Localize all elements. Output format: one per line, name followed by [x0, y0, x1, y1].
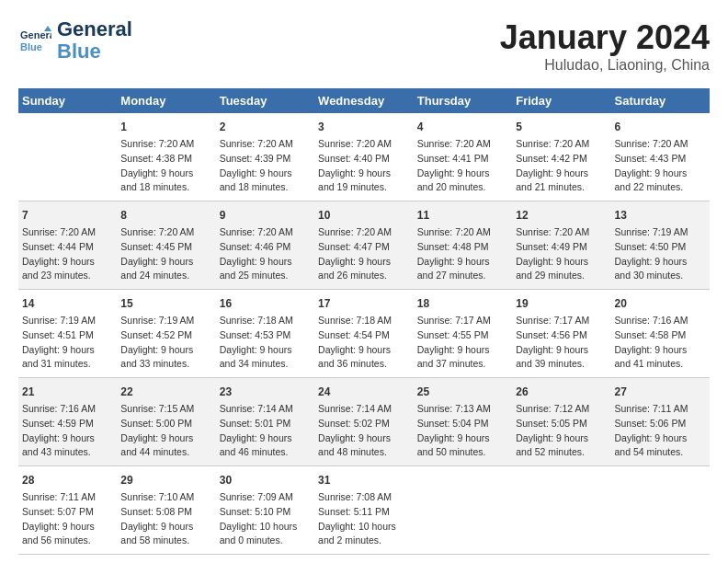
day-number: 6: [615, 119, 707, 135]
day-info-line: Daylight: 9 hours: [318, 431, 410, 446]
day-info-line: and 50 minutes.: [417, 445, 508, 460]
column-header-friday: Friday: [512, 88, 610, 113]
day-info-line: Daylight: 9 hours: [516, 431, 607, 446]
logo-text: General Blue: [57, 18, 132, 63]
day-number: 1: [120, 119, 211, 135]
day-number: 3: [318, 119, 410, 135]
day-info-line: Daylight: 9 hours: [516, 343, 607, 358]
day-info-line: Sunset: 5:07 PM: [22, 505, 113, 520]
logo: General Blue General Blue: [18, 18, 132, 63]
day-info-line: Daylight: 9 hours: [120, 255, 211, 270]
column-header-sunday: Sunday: [18, 88, 117, 113]
calendar-cell: 30Sunrise: 7:09 AMSunset: 5:10 PMDayligh…: [216, 466, 314, 555]
calendar-cell: 20Sunrise: 7:16 AMSunset: 4:58 PMDayligh…: [611, 290, 711, 378]
day-info-line: Sunrise: 7:10 AM: [120, 490, 211, 505]
calendar-cell: [512, 466, 610, 555]
day-info-line: Daylight: 9 hours: [516, 255, 607, 270]
day-info-line: and 0 minutes.: [220, 534, 311, 548]
day-info-line: and 48 minutes.: [318, 445, 410, 460]
calendar-cell: 6Sunrise: 7:20 AMSunset: 4:43 PMDaylight…: [611, 113, 711, 201]
day-info-line: Daylight: 9 hours: [22, 255, 113, 270]
day-info-line: Sunset: 4:49 PM: [516, 240, 607, 255]
day-info-line: Daylight: 9 hours: [615, 431, 707, 446]
day-number: 11: [417, 207, 508, 224]
day-info-line: Sunrise: 7:20 AM: [318, 225, 410, 240]
day-info-line: Sunrise: 7:20 AM: [615, 137, 707, 152]
day-info-line: Sunset: 4:58 PM: [615, 328, 707, 343]
day-number: 28: [22, 472, 113, 488]
day-info-line: Daylight: 9 hours: [516, 167, 607, 181]
day-info-line: Daylight: 9 hours: [615, 343, 707, 358]
calendar-cell: 1Sunrise: 7:20 AMSunset: 4:38 PMDaylight…: [117, 113, 215, 201]
day-info-line: Daylight: 9 hours: [318, 343, 410, 358]
calendar-cell: [611, 466, 711, 555]
day-info-line: Sunset: 5:11 PM: [318, 505, 410, 520]
day-info-line: Daylight: 9 hours: [615, 255, 707, 270]
day-number: 31: [318, 472, 410, 488]
column-header-saturday: Saturday: [611, 88, 711, 113]
day-info-line: Sunrise: 7:14 AM: [318, 402, 410, 417]
day-info-line: and 29 minutes.: [516, 269, 607, 283]
day-info-line: Daylight: 9 hours: [22, 520, 113, 534]
day-info-line: Sunset: 4:52 PM: [120, 328, 211, 343]
logo-icon: General Blue: [18, 24, 51, 57]
day-info-line: Daylight: 9 hours: [220, 255, 311, 270]
calendar-cell: 5Sunrise: 7:20 AMSunset: 4:42 PMDaylight…: [512, 113, 610, 201]
day-number: 27: [615, 384, 707, 400]
day-info-line: Sunset: 4:47 PM: [318, 240, 410, 255]
calendar-cell: 13Sunrise: 7:19 AMSunset: 4:50 PMDayligh…: [611, 201, 711, 290]
day-info-line: and 22 minutes.: [615, 180, 707, 195]
day-info-line: Sunset: 4:50 PM: [615, 240, 707, 255]
day-info-line: Sunset: 4:56 PM: [516, 328, 607, 343]
day-info-line: Sunset: 4:51 PM: [22, 328, 113, 343]
day-info-line: Sunrise: 7:15 AM: [120, 402, 211, 417]
day-number: 24: [318, 384, 410, 400]
day-info-line: and 18 minutes.: [120, 180, 211, 195]
day-info-line: Sunrise: 7:13 AM: [417, 402, 508, 417]
day-info-line: Sunset: 4:43 PM: [615, 152, 707, 167]
week-row-2: 7Sunrise: 7:20 AMSunset: 4:44 PMDaylight…: [18, 201, 710, 290]
day-info-line: Sunset: 4:41 PM: [417, 152, 508, 167]
day-info-line: Sunrise: 7:19 AM: [615, 225, 707, 240]
day-info-line: Sunset: 4:55 PM: [417, 328, 508, 343]
day-info-line: Daylight: 9 hours: [220, 167, 311, 181]
day-info-line: Daylight: 10 hours: [220, 520, 311, 534]
day-info-line: Daylight: 9 hours: [318, 255, 410, 270]
day-info-line: and 41 minutes.: [615, 357, 707, 372]
day-info-line: and 30 minutes.: [615, 269, 707, 283]
calendar-cell: 27Sunrise: 7:11 AMSunset: 5:06 PMDayligh…: [611, 378, 711, 466]
day-info-line: Sunrise: 7:20 AM: [22, 225, 113, 240]
day-info-line: and 27 minutes.: [417, 269, 508, 283]
day-info-line: Daylight: 9 hours: [220, 431, 311, 446]
column-header-tuesday: Tuesday: [216, 88, 314, 113]
calendar-cell: 25Sunrise: 7:13 AMSunset: 5:04 PMDayligh…: [414, 378, 512, 466]
day-info-line: and 31 minutes.: [22, 357, 113, 372]
day-number: 16: [220, 295, 311, 312]
day-info-line: Sunrise: 7:18 AM: [318, 314, 410, 328]
day-info-line: Sunrise: 7:11 AM: [615, 402, 707, 417]
day-number: 4: [417, 119, 508, 135]
day-info-line: Daylight: 9 hours: [417, 255, 508, 270]
day-info-line: and 37 minutes.: [417, 357, 508, 372]
day-info-line: and 56 minutes.: [22, 534, 113, 548]
calendar-cell: 23Sunrise: 7:14 AMSunset: 5:01 PMDayligh…: [216, 378, 314, 466]
day-info-line: Daylight: 9 hours: [417, 343, 508, 358]
day-number: 12: [516, 207, 607, 224]
day-info-line: and 18 minutes.: [220, 180, 311, 195]
day-info-line: Sunrise: 7:20 AM: [318, 137, 410, 152]
main-title: January 2024: [500, 18, 710, 57]
day-info-line: Sunrise: 7:20 AM: [220, 137, 311, 152]
day-info-line: Sunrise: 7:14 AM: [220, 402, 311, 417]
calendar-cell: 7Sunrise: 7:20 AMSunset: 4:44 PMDaylight…: [18, 201, 117, 290]
calendar-cell: 28Sunrise: 7:11 AMSunset: 5:07 PMDayligh…: [18, 466, 117, 555]
day-info-line: Sunrise: 7:20 AM: [417, 225, 508, 240]
day-info-line: Sunset: 5:01 PM: [220, 417, 311, 431]
day-info-line: and 33 minutes.: [120, 357, 211, 372]
calendar-cell: 19Sunrise: 7:17 AMSunset: 4:56 PMDayligh…: [512, 290, 610, 378]
calendar-cell: 26Sunrise: 7:12 AMSunset: 5:05 PMDayligh…: [512, 378, 610, 466]
calendar-cell: 15Sunrise: 7:19 AMSunset: 4:52 PMDayligh…: [117, 290, 215, 378]
calendar-cell: 16Sunrise: 7:18 AMSunset: 4:53 PMDayligh…: [216, 290, 314, 378]
week-row-3: 14Sunrise: 7:19 AMSunset: 4:51 PMDayligh…: [18, 290, 710, 378]
day-number: 29: [120, 472, 211, 488]
day-info-line: Sunset: 4:46 PM: [220, 240, 311, 255]
